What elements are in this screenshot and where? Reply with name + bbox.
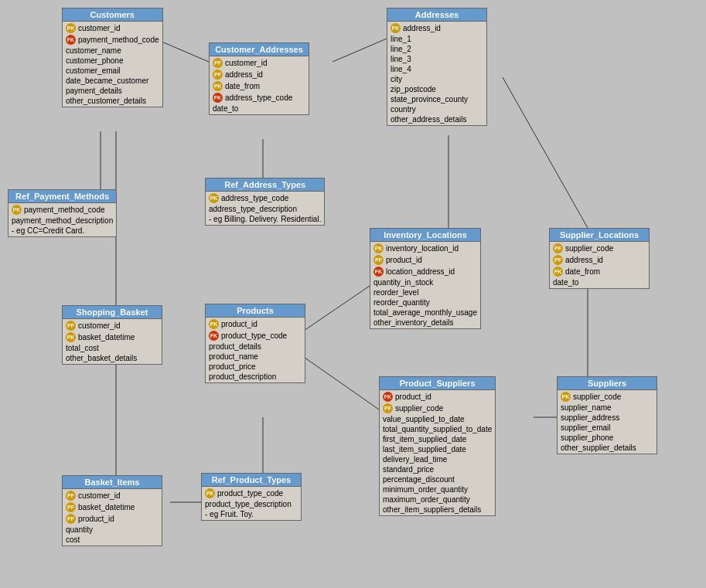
field-name: payment_method_code bbox=[78, 36, 159, 44]
field-name: first_item_supplied_date bbox=[383, 435, 466, 444]
icon-fk: FK bbox=[383, 392, 393, 402]
table-row: PFbasket_datetime bbox=[63, 501, 162, 513]
table-row: customer_email bbox=[63, 66, 162, 76]
table-row: PFproduct_id bbox=[370, 254, 480, 266]
field-name: product_description bbox=[209, 372, 276, 381]
field-name: customer_name bbox=[66, 46, 121, 55]
table-row: product_type_description bbox=[202, 499, 301, 509]
table-row: other_customer_details bbox=[63, 96, 162, 106]
table-row: PKcustomer_id bbox=[63, 22, 162, 34]
field-name: product_details bbox=[209, 342, 261, 351]
icon-fk: FK bbox=[373, 267, 384, 277]
field-name: supplier_name bbox=[561, 403, 612, 412]
table-customer_addresses-body: PFcustomer_idPFaddress_idPKdate_fromFKad… bbox=[210, 56, 309, 114]
icon-pk: PK bbox=[209, 193, 219, 203]
table-addresses-body: PKaddress_idline_1line_2line_3line_4city… bbox=[387, 22, 486, 125]
field-name: product_type_code bbox=[221, 331, 287, 340]
field-name: payment_details bbox=[66, 87, 122, 95]
table-ref_payment_methods: Ref_Payment_MethodsPKpayment_method_code… bbox=[8, 189, 117, 237]
field-name: customer_id bbox=[78, 24, 120, 32]
field-name: customer_email bbox=[66, 66, 121, 75]
icon-pk: PK bbox=[205, 488, 215, 498]
icon-pf: PF bbox=[213, 70, 223, 80]
table-products: ProductsPKproduct_idFKproduct_type_codep… bbox=[205, 304, 305, 383]
table-row: PKproduct_id bbox=[206, 318, 305, 330]
field-name: total_cost bbox=[66, 344, 99, 352]
table-row: PFsupplier_code bbox=[550, 243, 649, 254]
table-row: standard_price bbox=[380, 464, 495, 474]
field-name: address_id bbox=[225, 70, 263, 79]
table-customers-header: Customers bbox=[63, 8, 162, 22]
svg-line-5 bbox=[503, 77, 588, 228]
table-row: line_1 bbox=[387, 34, 486, 44]
field-name: address_type_description bbox=[209, 205, 297, 213]
table-row: minimum_order_quantity bbox=[380, 484, 495, 495]
field-name: basket_datetime bbox=[78, 333, 135, 342]
table-row: PFaddress_id bbox=[550, 254, 649, 266]
field-name: minimum_order_quantity bbox=[383, 485, 468, 494]
table-row: line_4 bbox=[387, 64, 486, 74]
table-row: PFaddress_id bbox=[210, 69, 309, 80]
table-products-header: Products bbox=[206, 304, 305, 318]
table-row: - eg Fruit. Toy. bbox=[202, 509, 301, 519]
svg-line-6 bbox=[302, 286, 370, 332]
table-ref_address_types-body: PKaddress_type_codeaddress_type_descript… bbox=[206, 192, 324, 225]
field-name: address_type_code bbox=[225, 93, 292, 102]
table-row: city bbox=[387, 74, 486, 84]
table-product_suppliers: Product_SuppliersFKproduct_idPFsupplier_… bbox=[379, 376, 496, 516]
field-name: payment_method_code bbox=[24, 206, 105, 214]
field-name: line_2 bbox=[391, 45, 411, 53]
table-addresses-header: Addresses bbox=[387, 8, 486, 22]
icon-pf: PF bbox=[66, 514, 76, 524]
table-shopping_basket-header: Shopping_Basket bbox=[63, 306, 162, 319]
table-row: value_supplied_to_date bbox=[380, 414, 495, 424]
field-name: delivery_lead_time bbox=[383, 455, 447, 464]
table-customers: CustomersPKcustomer_idFKpayment_method_c… bbox=[62, 8, 163, 107]
field-name: supplier_phone bbox=[561, 433, 613, 442]
field-name: quantity bbox=[66, 525, 93, 534]
table-row: payment_details bbox=[63, 86, 162, 96]
field-name: other_inventory_details bbox=[373, 318, 453, 327]
field-name: - eg Fruit. Toy. bbox=[205, 510, 254, 518]
field-name: percentage_discount bbox=[383, 475, 455, 484]
field-name: zip_postcode bbox=[391, 85, 436, 93]
field-name: product_id bbox=[395, 393, 431, 401]
table-row: PKdate_from bbox=[550, 266, 649, 277]
field-name: product_type_code bbox=[217, 489, 283, 498]
field-name: date_became_customer bbox=[66, 76, 148, 85]
table-row: other_address_details bbox=[387, 114, 486, 124]
table-row: total_quantity_supplied_to_date bbox=[380, 424, 495, 434]
table-row: line_2 bbox=[387, 44, 486, 54]
table-row: FKproduct_type_code bbox=[206, 330, 305, 342]
table-shopping_basket-body: PFcustomer_idPKbasket_datetimetotal_cost… bbox=[63, 319, 162, 364]
field-name: date_from bbox=[225, 82, 260, 90]
table-row: PFsupplier_code bbox=[380, 403, 495, 414]
table-row: - eg Billing. Delivery. Residential. bbox=[206, 214, 324, 224]
field-name: total_average_monthly_usage bbox=[373, 308, 477, 317]
table-row: first_item_supplied_date bbox=[380, 434, 495, 444]
field-name: other_address_details bbox=[391, 115, 466, 124]
field-name: reorder_level bbox=[373, 288, 418, 297]
table-suppliers-body: PKsupplier_codesupplier_namesupplier_add… bbox=[558, 390, 657, 454]
svg-line-1 bbox=[333, 39, 387, 62]
field-name: customer_phone bbox=[66, 56, 124, 65]
icon-pk: PK bbox=[553, 267, 563, 277]
table-row: cost bbox=[63, 535, 162, 545]
table-row: state_province_county bbox=[387, 94, 486, 104]
field-name: supplier_code bbox=[565, 244, 613, 253]
field-name: - eg Billing. Delivery. Residential. bbox=[209, 215, 321, 223]
table-ref_payment_methods-body: PKpayment_method_codepayment_method_desc… bbox=[9, 203, 116, 236]
field-name: product_type_description bbox=[205, 500, 292, 508]
field-name: product_id bbox=[386, 256, 422, 264]
table-inventory_locations: Inventory_LocationsPKinventory_location_… bbox=[370, 228, 481, 329]
field-name: quantity_in_stock bbox=[373, 278, 433, 287]
field-name: city bbox=[391, 75, 402, 83]
icon-pk: PK bbox=[209, 319, 219, 329]
icon-pf: PF bbox=[373, 255, 384, 265]
table-ref_product_types: Ref_Product_TypesPKproduct_type_codeprod… bbox=[201, 473, 302, 521]
table-row: PKinventory_location_id bbox=[370, 243, 480, 254]
table-supplier_locations: Supplier_LocationsPFsupplier_codePFaddre… bbox=[549, 228, 650, 289]
table-supplier_locations-header: Supplier_Locations bbox=[550, 229, 649, 242]
icon-pf: PF bbox=[66, 321, 76, 331]
table-row: supplier_phone bbox=[558, 433, 657, 443]
